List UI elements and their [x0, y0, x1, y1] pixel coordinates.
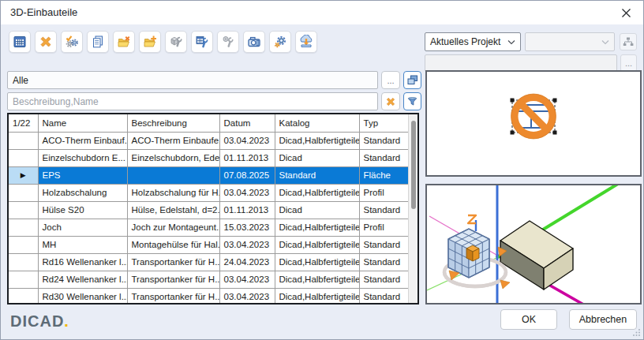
project-selector[interactable]: Aktuelles Projekt	[425, 32, 521, 51]
cell-name[interactable]: EPS	[38, 166, 127, 184]
cell-datum[interactable]: 03.04.2023	[219, 288, 275, 305]
cell-katalog[interactable]: Dicad,Halbfertigteile	[275, 271, 359, 288]
table-row[interactable]: MHMontagehülse für Hal...03.04.2023Dicad…	[9, 236, 408, 253]
row-selector-cell[interactable]	[9, 201, 38, 219]
cell-beschreibung[interactable]: Montagehülse für Hal...	[127, 236, 219, 253]
cell-datum[interactable]: 01.11.2013	[219, 201, 275, 219]
cell-name[interactable]: Holzabschalung	[38, 184, 127, 201]
camera-button[interactable]	[243, 31, 265, 53]
cell-name[interactable]: Rd24 Wellenanker l...	[38, 271, 127, 288]
table-row[interactable]: Rd30 Wellenanker l...Transportanker für …	[9, 288, 408, 305]
ok-button[interactable]: OK	[500, 309, 557, 330]
cell-katalog[interactable]: Dicad,Halbfertigteile	[275, 253, 359, 271]
cell-katalog[interactable]: Dicad,Halbfertigteile	[275, 236, 359, 253]
cell-katalog[interactable]: Dicad,Halbfertigteile	[275, 184, 359, 201]
column-header-katalog[interactable]: Katalog	[275, 114, 359, 132]
cell-name[interactable]: Rd30 Wellenanker l...	[38, 288, 127, 305]
row-selector-cell[interactable]	[9, 132, 38, 149]
cell-beschreibung[interactable]: Transportanker für H...	[127, 288, 219, 305]
row-selector-cell[interactable]	[9, 253, 38, 271]
row-selector-cell[interactable]	[9, 271, 38, 288]
cell-katalog[interactable]: Dicad	[275, 149, 359, 166]
cell-beschreibung[interactable]: Transportanker für H...	[127, 271, 219, 288]
import-button[interactable]	[295, 31, 317, 53]
cell-datum[interactable]: 03.04.2023	[219, 132, 275, 149]
folder-add-button[interactable]	[139, 31, 161, 53]
cell-beschreibung[interactable]: Holzabschalung für H...	[127, 184, 219, 201]
cell-name[interactable]: Einzelschubdorn E...	[38, 149, 127, 166]
cell-beschreibung[interactable]: Joch zur Montageunt...	[127, 219, 219, 236]
cell-datum[interactable]: 01.11.2013	[219, 149, 275, 166]
catalog-view-toggle-button[interactable]	[403, 71, 421, 89]
cell-name[interactable]: MH	[38, 236, 127, 253]
column-header-datum[interactable]: Datum	[219, 114, 275, 132]
scrollbar-thumb[interactable]	[411, 121, 416, 209]
cancel-button[interactable]: Abbrechen	[569, 309, 637, 330]
cell-name[interactable]: Rd16 Wellenanker l...	[38, 253, 127, 271]
cell-typ[interactable]: Standard	[359, 253, 408, 271]
table-row[interactable]: Rd16 Wellenanker l...Transportanker für …	[9, 253, 408, 271]
search-input[interactable]	[7, 92, 378, 110]
cell-katalog[interactable]: Dicad,Halbfertigteile	[275, 288, 359, 305]
cell-katalog[interactable]: Dicad,Halbfertigteile	[275, 219, 359, 236]
row-selector-cell[interactable]	[9, 149, 38, 166]
cell-typ[interactable]: Standard	[359, 236, 408, 253]
cell-datum[interactable]: 03.04.2023	[219, 236, 275, 253]
row-selector-cell[interactable]	[9, 219, 38, 236]
catalog-scope-field[interactable]	[7, 71, 378, 89]
preview-3d-panel[interactable]	[425, 184, 642, 305]
cube-wrench-button[interactable]	[165, 31, 187, 53]
hierarchy-button[interactable]	[620, 33, 637, 50]
copy-button[interactable]	[87, 31, 109, 53]
folder-delete-button[interactable]	[113, 31, 135, 53]
column-header-beschreibung[interactable]: Beschreibung	[127, 114, 219, 132]
clear-search-button[interactable]	[381, 92, 400, 110]
cell-beschreibung[interactable]: Transportanker für H...	[127, 253, 219, 271]
table-grid-button[interactable]	[9, 31, 31, 53]
table-row[interactable]: ▶EPS07.08.2025StandardFläche	[9, 166, 408, 184]
table-row[interactable]: JochJoch zur Montageunt...15.03.2023Dica…	[9, 219, 408, 236]
cell-typ[interactable]: Standard	[359, 271, 408, 288]
cell-datum[interactable]: 03.04.2023	[219, 184, 275, 201]
table-scrollbar[interactable]	[408, 114, 417, 303]
cell-beschreibung[interactable]	[127, 166, 219, 184]
close-button[interactable]	[608, 1, 643, 24]
cell-name[interactable]: Hülse S20	[38, 201, 127, 219]
grid-wrench-button[interactable]	[191, 31, 213, 53]
cell-typ[interactable]: Profil	[359, 219, 408, 236]
cell-typ[interactable]: Standard	[359, 132, 408, 149]
scope-browse-button[interactable]: ...	[381, 71, 400, 89]
table-row[interactable]: Rd24 Wellenanker l...Transportanker für …	[9, 271, 408, 288]
cell-name[interactable]: Joch	[38, 219, 127, 236]
cell-datum[interactable]: 15.03.2023	[219, 219, 275, 236]
table-row[interactable]: Einzelschubdorn E...Einzelschubdorn, Ede…	[9, 149, 408, 166]
cell-katalog[interactable]: Dicad	[275, 201, 359, 219]
filter-button[interactable]	[403, 92, 421, 110]
row-selector-cell[interactable]	[9, 236, 38, 253]
cell-katalog[interactable]: Standard	[275, 166, 359, 184]
gears-check-button[interactable]	[61, 31, 83, 53]
row-selector-cell[interactable]: ▶	[9, 166, 38, 184]
cell-typ[interactable]: Standard	[359, 149, 408, 166]
table-row[interactable]: ACO-Therm Einbauf...ACO-Therm Einbaufe..…	[9, 132, 408, 149]
table-row[interactable]: Hülse S20Hülse, Edelstahl, d=2...01.11.2…	[9, 201, 408, 219]
cell-typ[interactable]: Standard	[359, 201, 408, 219]
resize-grip[interactable]	[632, 328, 641, 337]
cell-datum[interactable]: 24.04.2023	[219, 253, 275, 271]
cell-katalog[interactable]: Dicad,Halbfertigteile	[275, 132, 359, 149]
row-selector-cell[interactable]	[9, 288, 38, 305]
cell-typ[interactable]: Standard	[359, 288, 408, 305]
column-header-typ[interactable]: Typ	[359, 114, 408, 132]
cell-beschreibung[interactable]: ACO-Therm Einbaufe...	[127, 132, 219, 149]
cell-name[interactable]: ACO-Therm Einbauf...	[38, 132, 127, 149]
tool-wrench-button[interactable]	[217, 31, 239, 53]
project-browse-button[interactable]: ...	[620, 54, 637, 72]
settings-gears-button[interactable]	[269, 31, 291, 53]
cell-beschreibung[interactable]: Hülse, Edelstahl, d=2...	[127, 201, 219, 219]
cell-beschreibung[interactable]: Einzelschubdorn, Ede...	[127, 149, 219, 166]
cell-datum[interactable]: 03.04.2023	[219, 271, 275, 288]
cell-datum[interactable]: 07.08.2025	[219, 166, 275, 184]
table-row[interactable]: HolzabschalungHolzabschalung für H...03.…	[9, 184, 408, 201]
delete-button[interactable]	[35, 31, 57, 53]
row-selector-cell[interactable]	[9, 184, 38, 201]
